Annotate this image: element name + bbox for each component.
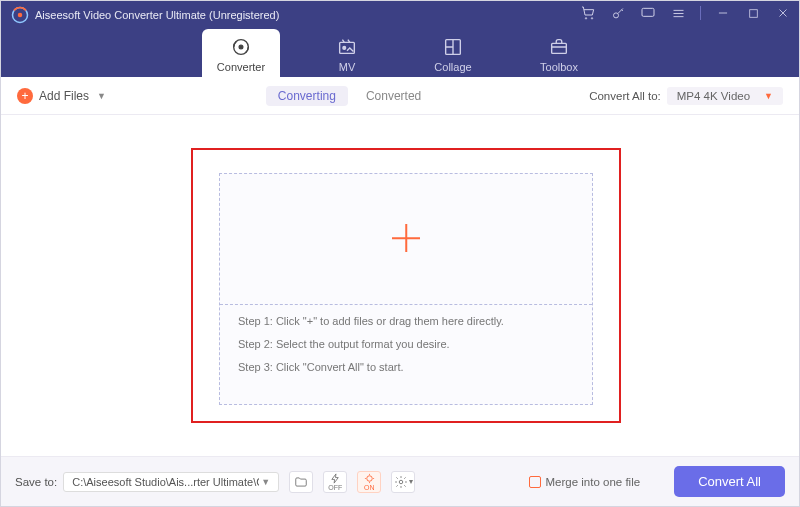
output-format-select[interactable]: MP4 4K Video ▼ (667, 87, 783, 105)
svg-point-2 (585, 18, 586, 19)
collage-icon (442, 37, 464, 57)
key-icon[interactable] (610, 5, 626, 21)
svg-rect-12 (552, 43, 567, 53)
convert-all-button[interactable]: Convert All (674, 466, 785, 497)
tab-label: Collage (434, 61, 471, 73)
add-files-label: Add Files (39, 89, 89, 103)
svg-point-4 (613, 12, 618, 17)
hw-on-label: ON (364, 484, 375, 491)
toolbox-icon (548, 37, 570, 57)
segment-converted[interactable]: Converted (358, 86, 429, 106)
tab-converter[interactable]: Converter (202, 29, 280, 77)
main-tabs: Converter MV Collage Toolbox (202, 29, 598, 77)
open-folder-button[interactable] (289, 471, 313, 493)
chevron-down-icon: ▼ (97, 91, 106, 101)
titlebar: Aiseesoft Video Converter Ultimate (Unre… (1, 1, 799, 77)
convert-all-label: Convert All (698, 474, 761, 489)
merge-checkbox[interactable]: Merge into one file (529, 476, 641, 488)
step-1-text: Step 1: Click "+" to add files or drag t… (238, 316, 504, 327)
mv-icon (336, 37, 358, 57)
converter-icon (230, 37, 252, 57)
tab-label: MV (339, 61, 356, 73)
tab-collage[interactable]: Collage (414, 29, 492, 77)
svg-point-14 (399, 480, 403, 484)
status-segment: Converting Converted (266, 86, 429, 106)
format-value: MP4 4K Video (677, 90, 750, 102)
menu-icon[interactable] (670, 5, 686, 21)
save-path-value: C:\Aiseesoft Studio\Ais...rter Ultimate\… (72, 476, 259, 488)
step-3-text: Step 3: Click "Convert All" to start. (238, 362, 504, 373)
merge-label: Merge into one file (546, 476, 641, 488)
app-title: Aiseesoft Video Converter Ultimate (Unre… (35, 9, 279, 21)
save-to-label: Save to: (15, 476, 57, 488)
chevron-down-icon: ▼ (261, 477, 270, 487)
add-files-button[interactable]: + Add Files ▼ (17, 88, 106, 104)
file-dropzone[interactable]: Step 1: Click "+" to add files or drag t… (219, 173, 593, 405)
minimize-button[interactable] (715, 5, 731, 21)
toolbar: + Add Files ▼ Converting Converted Conve… (1, 77, 799, 115)
convert-all-to-label: Convert All to: (589, 90, 661, 102)
content-area: Step 1: Click "+" to add files or drag t… (1, 115, 799, 456)
save-path-select[interactable]: C:\Aiseesoft Studio\Ais...rter Ultimate\… (63, 472, 279, 492)
tab-mv[interactable]: MV (308, 29, 386, 77)
instruction-steps: Step 1: Click "+" to add files or drag t… (238, 316, 504, 385)
hw-accel-on-button[interactable]: ON (357, 471, 381, 493)
svg-point-1 (18, 13, 23, 18)
hw-off-label: OFF (328, 484, 342, 491)
bottombar: Save to: C:\Aiseesoft Studio\Ais...rter … (1, 456, 799, 506)
cart-icon[interactable] (580, 5, 596, 21)
svg-rect-9 (340, 42, 355, 53)
add-files-plus-icon[interactable] (392, 224, 420, 252)
chevron-down-icon: ▼ (764, 91, 773, 101)
tab-label: Toolbox (540, 61, 578, 73)
svg-point-8 (239, 45, 243, 49)
svg-point-13 (366, 475, 372, 481)
svg-rect-6 (749, 9, 757, 17)
tab-label: Converter (217, 61, 265, 73)
app-logo-icon (11, 6, 29, 24)
plus-icon: + (17, 88, 33, 104)
app-window: Aiseesoft Video Converter Ultimate (Unre… (0, 0, 800, 507)
settings-button[interactable]: ▾ (391, 471, 415, 493)
tab-toolbox[interactable]: Toolbox (520, 29, 598, 77)
feedback-icon[interactable] (640, 5, 656, 21)
step-2-text: Step 2: Select the output format you des… (238, 339, 504, 350)
svg-point-10 (343, 47, 346, 50)
close-button[interactable] (775, 5, 791, 21)
hw-accel-off-button[interactable]: OFF (323, 471, 347, 493)
divider (220, 304, 592, 305)
svg-point-3 (591, 18, 592, 19)
maximize-button[interactable] (745, 5, 761, 21)
segment-converting[interactable]: Converting (266, 86, 348, 106)
checkbox-icon (529, 476, 541, 488)
